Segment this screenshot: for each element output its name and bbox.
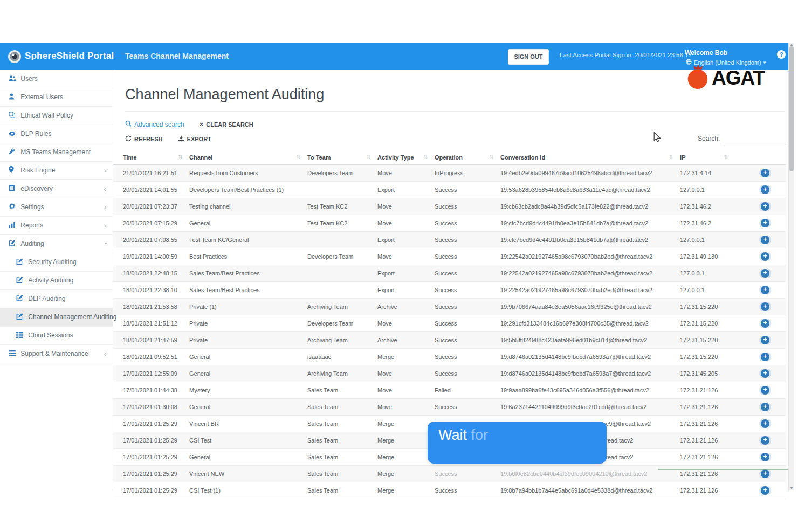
column-header-conversation-id[interactable]: Conversation Id ⇅ — [500, 154, 680, 161]
expand-row-button[interactable]: + — [761, 286, 769, 294]
expand-row-button[interactable]: + — [761, 453, 769, 461]
cell-channel: Vincent BR — [189, 420, 307, 427]
sort-icon[interactable]: ⇅ — [367, 154, 371, 160]
last-access-text: Last Access Portal Sign in: 20/01/2021 2… — [560, 52, 692, 58]
expand-row-button[interactable]: + — [761, 436, 769, 445]
sort-icon[interactable]: ⇅ — [178, 154, 183, 160]
cell-activity-type: Move — [377, 170, 435, 176]
expand-row-button[interactable]: + — [761, 336, 769, 344]
expand-row-button[interactable]: + — [761, 219, 769, 227]
vertical-scrollbar[interactable]: ▲ ▼ — [788, 43, 794, 490]
edit-icon — [16, 253, 26, 271]
column-header-activity-type[interactable]: Activity Type ⇅ — [377, 154, 435, 161]
sidebar-item-label: Support & Maintenance — [20, 350, 88, 357]
help-button[interactable]: ? — [777, 50, 786, 59]
sidebar-item-support-maintenance[interactable]: Support & Maintenance ‹ — [0, 345, 113, 363]
search-input[interactable] — [723, 132, 786, 143]
export-button[interactable]: EXPORT — [178, 135, 211, 143]
sidebar-item-external-users[interactable]: External Users — [0, 88, 113, 107]
table-row: 17/01/2021 01:25:29 CSI Test (1) Sales T… — [113, 482, 786, 499]
scrollbar-thumb[interactable] — [789, 46, 794, 171]
cell-conversation-id: 19:4edb2e0da099467b9acd10625498abcd@thre… — [500, 170, 680, 176]
chevron-left-icon: ‹ — [104, 180, 106, 198]
cell-actions: + — [745, 336, 786, 344]
column-header-channel[interactable]: Channel ⇅ — [189, 154, 307, 161]
advanced-search-link[interactable]: Advanced search — [125, 120, 184, 128]
cell-activity-type: Move — [377, 203, 435, 210]
sort-icon[interactable]: ⇅ — [297, 154, 301, 160]
cell-ip: 172.31.49.130 — [680, 253, 745, 260]
sidebar-item-label: Channel Management Auditing — [28, 313, 116, 321]
sidebar-item-dlp-auditing[interactable]: DLP Auditing — [0, 290, 113, 308]
expand-row-button[interactable]: + — [761, 252, 769, 261]
expand-row-button[interactable]: + — [761, 369, 769, 378]
cell-operation: Success — [435, 186, 500, 193]
expand-row-button[interactable]: + — [761, 469, 769, 478]
cell-time: 17/01/2021 01:30:08 — [113, 404, 189, 410]
sidebar-item-label: Reports — [20, 222, 43, 229]
module-subtitle: Teams Channel Management — [125, 52, 229, 60]
sidebar-item-settings[interactable]: Settings ‹ — [0, 198, 113, 217]
sidebar-item-users[interactable]: Users — [0, 70, 113, 88]
cell-to-team: Developers Team — [307, 253, 377, 260]
cell-channel: Best Practices — [189, 253, 307, 260]
cell-operation: Success — [435, 404, 500, 410]
sidebar-item-auditing[interactable]: Auditing ‹ — [0, 235, 113, 253]
scroll-down-arrow-icon[interactable]: ▼ — [789, 486, 794, 490]
expand-row-button[interactable]: + — [761, 202, 769, 211]
cell-actions: + — [745, 453, 786, 461]
sidebar-item-reports[interactable]: Reports ‹ — [0, 217, 113, 235]
sidebar-item-cloud-sessions[interactable]: Cloud Sessions — [0, 327, 113, 345]
table-row: 18/01/2021 21:53:58 Private (1) Archivin… — [113, 299, 786, 315]
sidebar-item-activity-auditing[interactable]: Activity Auditing — [0, 272, 113, 290]
cell-operation: Success — [435, 237, 500, 243]
cell-activity-type: Merge — [377, 471, 435, 477]
cell-operation: Failed — [435, 387, 500, 393]
expand-row-button[interactable]: + — [761, 185, 769, 194]
sort-icon[interactable]: ⇅ — [424, 154, 428, 160]
column-header-to-team[interactable]: To Team ⇅ — [307, 154, 377, 161]
cell-to-team: Test Team KC2 — [307, 203, 377, 210]
expand-row-button[interactable]: + — [761, 403, 769, 411]
expand-row-button[interactable]: + — [761, 169, 769, 177]
cell-ip: 172.31.15.220 — [680, 320, 745, 327]
cell-ip: 172.31.21.126 — [680, 420, 745, 427]
sidebar-item-ediscovery[interactable]: eDiscovery ‹ — [0, 180, 113, 198]
clear-search-button[interactable]: × CLEAR SEARCH — [200, 121, 253, 128]
cell-operation: Success — [435, 220, 500, 226]
table-row: 18/01/2021 22:38:10 Sales Team/Best Prac… — [113, 282, 786, 299]
cell-to-team: Sales Team — [307, 404, 377, 410]
expand-row-button[interactable]: + — [761, 353, 769, 361]
expand-row-button[interactable]: + — [761, 319, 769, 328]
cell-channel: Mystery — [189, 387, 307, 393]
refresh-button[interactable]: REFRESH — [125, 135, 163, 143]
expand-row-button[interactable]: + — [761, 386, 769, 395]
chevron-left-icon: ‹ — [104, 217, 106, 234]
sidebar-item-ethical-wall-policy[interactable]: Ethical Wall Policy — [0, 107, 113, 125]
sort-icon[interactable]: ⇅ — [669, 154, 673, 160]
expand-row-button[interactable]: + — [761, 236, 769, 244]
sort-icon[interactable]: ⇅ — [490, 154, 494, 160]
column-header-operation[interactable]: Operation ⇅ — [435, 154, 500, 161]
sidebar-item-channel-management-auditing[interactable]: Channel Management Auditing — [0, 308, 113, 327]
scroll-up-arrow-icon[interactable]: ▲ — [789, 43, 794, 46]
expand-row-button[interactable]: + — [761, 302, 769, 311]
sign-out-button[interactable]: SIGN OUT — [508, 49, 549, 65]
cell-conversation-id: 19:53a628b395854feb8a6c8a633a11e4ac@thre… — [500, 186, 680, 193]
sidebar-item-security-auditing[interactable]: Security Auditing — [0, 253, 113, 272]
sidebar-item-dlp-rules[interactable]: DLP Rules — [0, 125, 113, 143]
expand-row-button[interactable]: + — [761, 486, 769, 495]
cell-to-team: Archiving Team — [307, 337, 377, 343]
agat-logo: AGAT — [684, 64, 765, 93]
chevron-left-icon: ‹ — [104, 198, 106, 216]
sort-icon[interactable]: ⇅ — [724, 154, 728, 160]
expand-row-button[interactable]: + — [761, 419, 769, 428]
cell-time: 17/01/2021 12:55:09 — [113, 370, 189, 377]
column-header-ip[interactable]: IP ⇅ — [680, 154, 745, 161]
column-header-time[interactable]: Time ⇅ — [113, 154, 189, 161]
expand-row-button[interactable]: + — [761, 269, 769, 278]
cell-time: 17/01/2021 01:25:29 — [113, 487, 189, 494]
sidebar-item-ms-teams-management[interactable]: MS Teams Management — [0, 143, 113, 162]
sidebar-item-risk-engine[interactable]: Risk Engine ‹ — [0, 162, 113, 180]
cell-channel: Private — [189, 337, 307, 343]
